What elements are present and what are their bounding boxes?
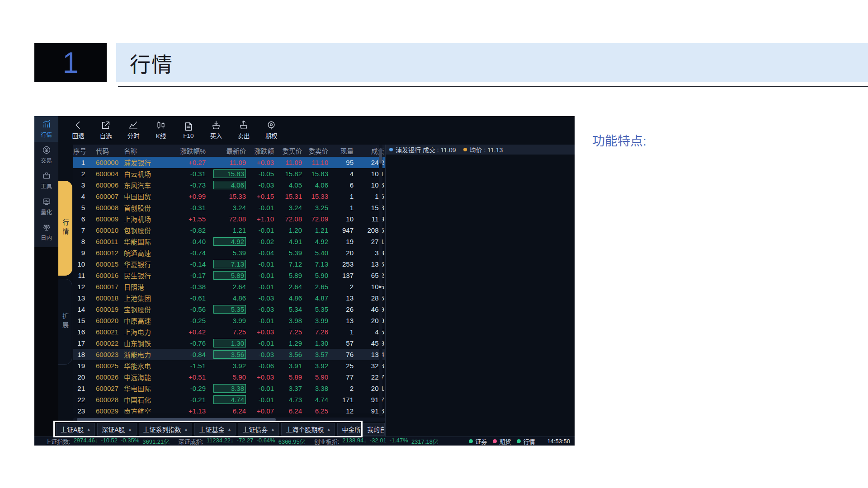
- market-tab-label: 中金所: [342, 425, 361, 434]
- cell-ask: 5.90: [304, 272, 330, 279]
- column-header[interactable]: 名称: [124, 146, 169, 155]
- index-label: 上证指数:: [45, 437, 71, 446]
- sell-icon: [239, 120, 249, 130]
- cell-change-amt: -0.01: [249, 272, 278, 279]
- status-dot-icon: [493, 439, 497, 443]
- table-row-600017[interactable]: 12600017日照港-0.382.64-0.012.642.65210.5: [73, 281, 385, 292]
- column-header[interactable]: 最新价: [211, 146, 249, 155]
- sidebar-item-label: 工具: [41, 182, 52, 190]
- table-row-600012[interactable]: 9600012皖通高速-0.745.39-0.045.395.40203.3: [73, 247, 385, 258]
- sidebar-item-market[interactable]: 行情: [34, 116, 58, 142]
- market-tab-2[interactable]: 上证系列指数▲: [139, 423, 193, 436]
- cell-change-pct: -0.74: [169, 249, 211, 257]
- option-icon: [266, 120, 276, 130]
- cell-bid: 7.25: [278, 328, 304, 336]
- table-row-600027[interactable]: 21600027华电国际-0.293.38-0.013.373.38220.1: [73, 383, 385, 394]
- cell-seq: 20: [73, 373, 88, 381]
- cell-change-pct: -0.21: [169, 396, 211, 404]
- index-value: 6366.95亿: [278, 437, 306, 446]
- sidebar-item-intraday[interactable]: 日内: [34, 219, 58, 245]
- market-tab-3[interactable]: 上证基金▲: [194, 423, 236, 436]
- sidebar-item-trade[interactable]: 交易: [34, 142, 58, 168]
- index-value: 2138.94↓: [342, 437, 367, 446]
- cell-code: 600019: [88, 305, 124, 313]
- table-row-600022[interactable]: 17600022山东钢铁-0.761.30-0.011.291.305745.3: [73, 338, 385, 349]
- table-row-600000[interactable]: 1600000浦发银行+0.2711.09+0.0311.0911.109524…: [73, 157, 385, 168]
- table-row-600019[interactable]: 14600019宝钢股份-0.565.35-0.035.345.352646.9: [73, 304, 385, 315]
- table-row-600028[interactable]: 22600028中国石化-0.214.74-0.014.734.7417191.…: [73, 394, 385, 405]
- column-header[interactable]: 委买价: [278, 146, 304, 155]
- toolbar-button-back[interactable]: 回退: [66, 120, 90, 140]
- tab-my-watchlist-partial[interactable]: 我的自: [364, 423, 385, 436]
- cell-bid: 11.09: [278, 159, 304, 166]
- toolbar-button-option[interactable]: 期权: [259, 120, 283, 140]
- market-tab-1[interactable]: 深证A股▲: [97, 423, 136, 436]
- table-row-600018[interactable]: 13600018上港集团-0.614.86-0.034.864.871328.5: [73, 292, 385, 304]
- column-header[interactable]: 涨跌额: [249, 146, 278, 155]
- index-value: 2317.18亿: [411, 437, 439, 446]
- market-tab-4[interactable]: 上证债券▲: [238, 423, 279, 436]
- toolbar-button-minute[interactable]: 分时: [121, 120, 146, 140]
- market-tab-label: 上海个股期权: [286, 425, 324, 434]
- cell-volume: 171: [330, 396, 357, 404]
- toolbar-button-kline[interactable]: K线: [149, 120, 173, 140]
- cell-change-amt: -0.04: [249, 249, 278, 257]
- horizontal-scrollbar-thumb[interactable]: [77, 418, 276, 421]
- toolbar-button-sell[interactable]: 卖出: [231, 120, 256, 140]
- market-tabs: 上证A股▲深证A股▲上证系列指数▲上证基金▲上证债券▲上海个股期权▲中金所▲: [56, 423, 372, 436]
- market-tab-0[interactable]: 上证A股▲: [56, 423, 95, 436]
- table-row-600029[interactable]: 23600029南方航空+1.136.24+0.076.246.251291.6: [73, 405, 385, 413]
- side-tab-expand[interactable]: 扩展: [58, 279, 72, 365]
- vertical-scrollbar[interactable]: [379, 145, 382, 416]
- cell-ask: 5.40: [304, 249, 330, 257]
- table-row-600026[interactable]: 20600026中远海能+0.515.90+0.035.895.907722.7: [73, 371, 385, 383]
- table-row-600010[interactable]: 7600010包钢股份-0.821.21-0.011.201.21947208.…: [73, 225, 385, 236]
- table-row-600015[interactable]: 10600015华夏银行-0.147.13-0.017.127.1325313.…: [73, 258, 385, 270]
- table-row-600008[interactable]: 5600008首创股份-0.313.24-0.013.243.25115.8: [73, 202, 385, 213]
- table-row-600011[interactable]: 8600011华能国际-0.404.92-0.024.914.921927.1: [73, 236, 385, 247]
- table-row-600020[interactable]: 15600020中原高速-0.253.99-0.013.983.991320.9: [73, 315, 385, 326]
- market-tab-5[interactable]: 上海个股期权▲: [281, 423, 335, 436]
- vertical-scrollbar-thumb[interactable]: [379, 148, 382, 164]
- toolbar-button-f10[interactable]: F10: [176, 122, 201, 139]
- timeshare-legend: 浦发银行 成交 : 11.09均价 : 11.13: [386, 145, 575, 155]
- table-row-600021[interactable]: 16600021上海电力+0.427.25+0.037.257.2614.5: [73, 326, 385, 338]
- table-row-600007[interactable]: 4600007中国国贸+0.9915.33+0.1515.3115.3311.6: [73, 191, 385, 202]
- index-label: 深证成指:: [178, 437, 203, 446]
- cell-ask: 1.21: [304, 226, 330, 234]
- table-row-600025[interactable]: 19600025华能水电-1.513.92-0.063.913.922532.6: [73, 360, 385, 371]
- table-row-600009[interactable]: 6600009上海机场+1.5572.08+1.1072.0872.091011…: [73, 213, 385, 225]
- side-tab-quote[interactable]: 行情: [58, 181, 72, 276]
- cell-last-price: 2.64: [211, 283, 249, 291]
- cell-last-price: 7.13: [211, 260, 249, 268]
- panel-collapse-arrow[interactable]: ▸: [379, 283, 382, 290]
- sidebar-item-tools[interactable]: 工具: [34, 168, 58, 193]
- index-value: -0.64%: [256, 437, 275, 446]
- toolbar-button-buy[interactable]: 买入: [204, 120, 228, 140]
- column-header[interactable]: 现量: [330, 146, 357, 155]
- toolbar-button-watchlist[interactable]: 自选: [94, 120, 118, 140]
- table-row-600006[interactable]: 3600006东风汽车-0.734.06-0.034.054.06610.6: [73, 179, 385, 191]
- table-row-600016[interactable]: 11600016民生银行-0.175.89-0.015.895.9013765.…: [73, 270, 385, 281]
- column-header[interactable]: 序号: [73, 146, 88, 155]
- table-row-600023[interactable]: 18600023浙能电力-0.843.56-0.033.563.577613.4: [73, 349, 385, 360]
- sidebar-item-label: 交易: [41, 156, 52, 164]
- cell-change-pct: -0.38: [169, 283, 211, 291]
- cell-change-pct: -0.31: [169, 170, 211, 178]
- sidebar-item-quant[interactable]: 量化: [34, 193, 58, 219]
- column-header[interactable]: 代码: [88, 146, 124, 155]
- market-tab-label: 上证基金: [199, 425, 224, 434]
- cell-name: 白云机场: [124, 169, 169, 178]
- cell-code: 600028: [88, 396, 124, 404]
- cell-change-pct: -0.17: [169, 272, 211, 279]
- cell-code: 600000: [88, 159, 124, 166]
- table-row-600004[interactable]: 2600004白云机场-0.3115.83-0.0515.8215.83410.…: [73, 168, 385, 179]
- cell-change-pct: -0.40: [169, 238, 211, 245]
- cell-ask: 3.25: [304, 204, 330, 211]
- cell-seq: 1: [73, 159, 88, 166]
- cell-name: 华电国际: [124, 384, 169, 393]
- column-header[interactable]: 委卖价: [304, 146, 330, 155]
- cell-last-price: 11.09: [211, 159, 249, 166]
- column-header[interactable]: 涨跌幅%: [169, 146, 211, 155]
- horizontal-scrollbar[interactable]: [73, 418, 385, 422]
